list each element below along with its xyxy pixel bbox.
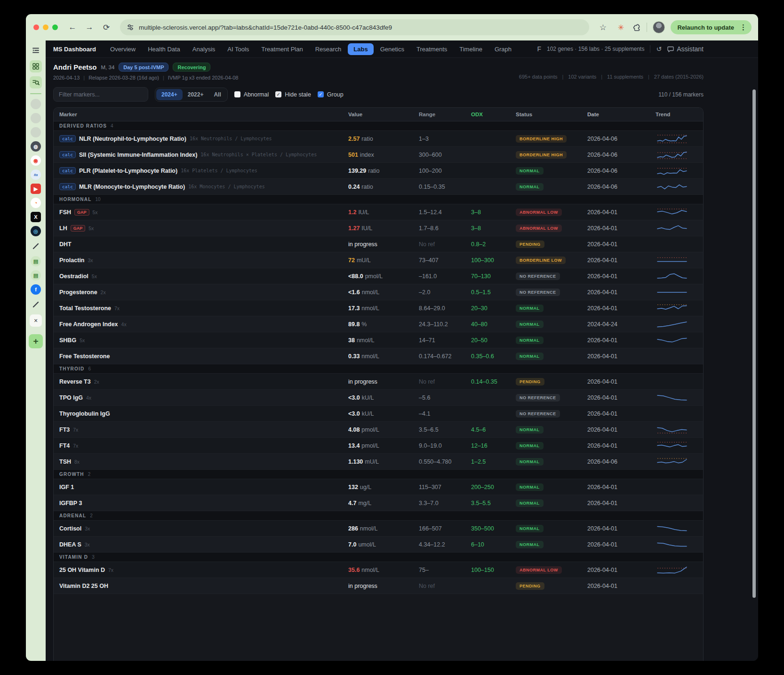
table-row[interactable]: calcSII (Systemic Immune-Inflammation In…	[54, 147, 703, 163]
x-icon[interactable]: X	[31, 212, 41, 222]
bookmark-star-icon[interactable]: ☆	[597, 21, 609, 33]
table-row[interactable]: calcNLR (Neutrophil-to-Lymphocyte Ratio)…	[54, 131, 703, 147]
table-row[interactable]: Reverse T32xin progressNo ref0.14–0.35PE…	[54, 374, 703, 390]
segment-all[interactable]: All	[208, 89, 226, 100]
marker-name: LH	[59, 225, 67, 232]
table-row[interactable]: TPO IgG4x<3.0kU/L–5.6NO REFERENCE2026-04…	[54, 390, 703, 406]
table-row[interactable]: DHTin progressNo ref0.8–2PENDING2026-04-…	[54, 236, 703, 252]
filter-markers-input[interactable]	[53, 87, 148, 102]
value-unit: mU/L	[365, 458, 379, 465]
table-row[interactable]: FT47x13.4pmol/L9.0–19.012–16NORMAL2026-0…	[54, 438, 703, 454]
checkbox-box-icon[interactable]: ✓	[318, 91, 324, 97]
table-row[interactable]: Vitamin D2 25 OHin progressNo refPENDING…	[54, 578, 703, 594]
trend-cell	[656, 457, 697, 467]
browser-menu-icon[interactable]: ⋮	[738, 23, 749, 32]
maps-pin-icon[interactable]: ◉	[31, 155, 41, 166]
table-row[interactable]: FSHGAP5x1.2IU/L1.5–12.43–8ABNORMAL LOW20…	[54, 204, 703, 220]
table-row[interactable]: Progesterone2x<1.6nmol/L–2.00.5–1.5NO RE…	[54, 284, 703, 300]
checkbox-box-icon[interactable]: ✓	[275, 91, 281, 97]
tab-timeline[interactable]: Timeline	[454, 43, 488, 55]
table-row[interactable]: SHBG5x38nmol/L14–7120–50NORMAL2026-04-01	[54, 332, 703, 348]
extensions-puzzle-icon[interactable]	[632, 23, 641, 32]
steam-icon[interactable]: ◎	[31, 226, 41, 236]
tab-placeholder-1[interactable]	[31, 99, 41, 109]
crunchyroll-icon[interactable]: ◔	[31, 198, 41, 208]
segment-2024-plus[interactable]: 2024+	[156, 89, 183, 100]
tab-analysis[interactable]: Analysis	[187, 43, 221, 55]
table-row[interactable]: IGF 1132ug/L115–307200–250NORMAL2026-04-…	[54, 479, 703, 495]
range-cell: 115–307	[419, 484, 471, 490]
value-number: 0.24	[348, 184, 360, 190]
status-badge: NO REFERENCE	[516, 410, 560, 418]
grid-view-icon[interactable]	[30, 60, 42, 72]
table-row[interactable]: FT37x4.08pmol/L3.5–6.54.5–6NORMAL2026-04…	[54, 422, 703, 438]
tab-labs[interactable]: Labs	[348, 43, 373, 55]
back-button[interactable]: ←	[66, 21, 79, 33]
tab-genetics[interactable]: Genetics	[375, 43, 410, 55]
address-bar[interactable]: multiple-sclerosis.vercel.app/?tab=labs&…	[120, 19, 589, 35]
date-cell: 2026-04-01	[587, 273, 656, 280]
reload-button[interactable]: ⟳	[100, 21, 112, 33]
table-row[interactable]: IGFBP 34.7mg/L3.3–7.03.5–5.5NORMAL2026-0…	[54, 495, 703, 511]
tab-ai-tools[interactable]: AI Tools	[222, 43, 255, 55]
profile-avatar[interactable]	[653, 21, 665, 33]
table-row[interactable]: calcPLR (Platelet-to-Lymphocyte Ratio)16…	[54, 163, 703, 179]
scrollbar-thumb[interactable]	[752, 89, 756, 598]
window-close-button[interactable]	[33, 24, 39, 30]
close-tab-button[interactable]: ×	[30, 314, 42, 327]
table-row[interactable]: Oestradiol5x<88.0pmol/L–161.070–130NO RE…	[54, 268, 703, 284]
pen-icon-1[interactable]	[30, 240, 42, 252]
tab-placeholder-3[interactable]	[31, 127, 41, 137]
tab-research[interactable]: Research	[310, 43, 347, 55]
checkbox-abnormal[interactable]: Abnormal	[234, 91, 269, 98]
table-row[interactable]: Cortisol3x286nmol/L166–507350–500NORMAL2…	[54, 521, 703, 537]
table-row[interactable]: 25 OH Vitamin D7x35.6nmol/L75–100–150ABN…	[54, 562, 703, 578]
search-tabs-icon[interactable]	[30, 76, 42, 88]
new-tab-button[interactable]: +	[29, 334, 43, 348]
forward-button[interactable]: →	[83, 21, 96, 33]
table-row[interactable]: LHGAP5x1.27IU/L1.7–8.63–8ABNORMAL LOW202…	[54, 220, 703, 236]
facebook-icon[interactable]: f	[31, 284, 41, 295]
status-cell: PENDING	[516, 241, 587, 248]
table-row[interactable]: Thyroglobulin IgG<3.0kU/L–4.1NO REFERENC…	[54, 406, 703, 422]
pen-icon-2[interactable]	[30, 298, 42, 311]
value-number: <3.0	[348, 394, 360, 401]
history-icon[interactable]: ↺	[656, 45, 662, 53]
tab-treatment-plan[interactable]: Treatment Plan	[256, 43, 308, 55]
table-row[interactable]: DHEA S3x7.0umol/L4.34–12.26–10NORMAL2026…	[54, 537, 703, 553]
marker-name: Free Testosterone	[59, 353, 110, 360]
table-row[interactable]: Free Androgen Index4x89.8%24.3–110.240–8…	[54, 316, 703, 332]
tab-overview[interactable]: Overview	[104, 43, 141, 55]
tab-graph[interactable]: Graph	[489, 43, 517, 55]
globe-icon[interactable]: ◍	[31, 141, 41, 152]
cash-icon-2[interactable]: ▤	[31, 270, 41, 281]
site-settings-icon[interactable]	[127, 24, 134, 31]
table-row[interactable]: calcMLR (Monocyte-to-Lymphocyte Ratio)16…	[54, 179, 703, 195]
value-unit: IU/L	[358, 209, 369, 216]
value-number: 72	[348, 257, 355, 264]
value-unit: nmol/L	[357, 337, 375, 344]
sidebar-toggle-icon[interactable]	[30, 44, 42, 56]
table-row[interactable]: Total Testosterone7x17.3nmol/L8.64–29.02…	[54, 300, 703, 316]
segment-2022-plus[interactable]: 2022+	[183, 89, 209, 100]
trend-sparkline	[656, 457, 688, 467]
youtube-icon[interactable]: ▶	[31, 184, 41, 194]
window-zoom-button[interactable]	[52, 24, 58, 30]
tab-health-data[interactable]: Health Data	[142, 43, 186, 55]
tab-treatments[interactable]: Treatments	[411, 43, 453, 55]
filter-bar: 2024+2022+All Abnormal✓Hide stale✓Group …	[46, 82, 758, 107]
cash-icon-1[interactable]: ▤	[31, 256, 41, 266]
ita-icon[interactable]: ita	[31, 169, 41, 180]
table-row[interactable]: TSH8x1.130mU/L0.550–4.7801–2.5NORMAL2026…	[54, 454, 703, 470]
odx-cell: 0.14–0.35	[471, 378, 516, 385]
relaunch-button[interactable]: Relaunch to update ⋮	[671, 20, 752, 34]
checkbox-box-icon[interactable]	[234, 91, 240, 97]
assistant-button[interactable]: Assistant	[667, 45, 704, 53]
tab-placeholder-2[interactable]	[31, 113, 41, 123]
extension-starburst-icon[interactable]: ✳	[615, 21, 627, 33]
window-minimize-button[interactable]	[43, 24, 48, 30]
table-row[interactable]: Prolactin3x72mU/L73–407100–300BORDERLINE…	[54, 252, 703, 268]
table-row[interactable]: Free Testosterone0.33nmol/L0.174–0.6720.…	[54, 348, 703, 364]
checkbox-hide-stale[interactable]: ✓Hide stale	[275, 91, 311, 98]
checkbox-group[interactable]: ✓Group	[318, 91, 344, 98]
